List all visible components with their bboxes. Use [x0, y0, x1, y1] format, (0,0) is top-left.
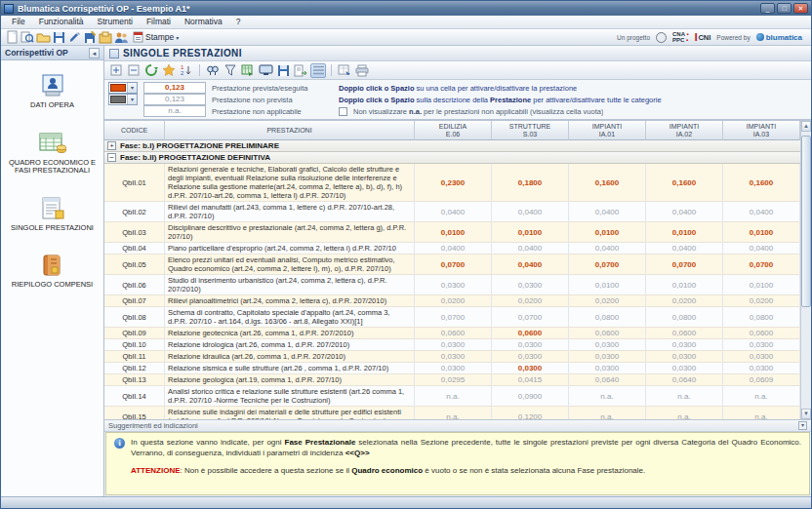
archive-icon[interactable]: [99, 31, 112, 44]
row-value-strutture[interactable]: 0,0300: [492, 363, 569, 374]
row-value-impianti-ia01[interactable]: 0,0300: [569, 339, 646, 351]
row-value-impianti-ia03[interactable]: 0,0800: [723, 307, 800, 328]
edit-brush-icon[interactable]: [67, 31, 81, 44]
row-value-impianti-ia02[interactable]: 0,0400: [646, 243, 723, 254]
row-value-impianti-ia03[interactable]: 0,0609: [723, 374, 800, 386]
sort-icon[interactable]: 12: [179, 63, 194, 78]
row-value-impianti-ia03[interactable]: 0,0100: [723, 222, 800, 243]
export-file-icon[interactable]: [293, 63, 308, 78]
row-value-impianti-ia02[interactable]: n.a.: [646, 386, 723, 407]
save-icon[interactable]: [52, 31, 65, 44]
row-value-impianti-ia03[interactable]: 0,0400: [723, 243, 800, 254]
table-row[interactable]: QbII.12 Relazione sismica e sulle strutt…: [104, 363, 800, 374]
hints-collapse-icon[interactable]: ▾: [798, 421, 807, 430]
row-value-impianti-ia03[interactable]: n.a.: [723, 407, 800, 419]
menu-filmati[interactable]: Filmati: [140, 16, 178, 28]
scrollbar-thumb[interactable]: [801, 136, 811, 307]
row-value-edilizia[interactable]: 0,0295: [415, 374, 492, 386]
row-description[interactable]: Relazione idrologica (art.26, comma 1, d…: [165, 339, 415, 351]
row-value-strutture[interactable]: 0,0400: [492, 243, 569, 254]
row-value-edilizia[interactable]: 0,0400: [415, 243, 492, 254]
table-row[interactable]: QbII.05 Elenco prezzi unitari ed eventua…: [104, 254, 800, 275]
active-color-picker[interactable]: ▾: [108, 82, 138, 94]
row-value-impianti-ia02[interactable]: 0,0300: [646, 339, 723, 351]
row-value-impianti-ia03[interactable]: 0,0400: [723, 202, 800, 222]
table-row[interactable]: QbII.02 Rilievi dei manufatti (art.243, …: [104, 202, 800, 222]
row-value-edilizia[interactable]: 0,0400: [415, 202, 492, 222]
row-value-impianti-ia01[interactable]: 0,1600: [569, 164, 646, 202]
menu-help[interactable]: ?: [229, 16, 248, 28]
table-row[interactable]: QbII.06 Studio di inserimento urbanistic…: [104, 275, 800, 295]
row-value-edilizia[interactable]: 0,0300: [415, 363, 492, 374]
table-row[interactable]: QbII.01 Relazioni generale e tecniche, E…: [104, 164, 800, 202]
row-value-strutture[interactable]: 0,0900: [492, 386, 569, 407]
row-value-impianti-ia01[interactable]: 0,0300: [569, 351, 646, 363]
list-view-icon[interactable]: [310, 63, 326, 78]
new-file-icon[interactable]: [5, 31, 19, 44]
select-all-icon[interactable]: [161, 63, 177, 78]
table-row[interactable]: QbII.08 Schema di contratto, Capitolato …: [104, 307, 800, 328]
group-row-fase-b1[interactable]: + Fase: b.I) PROGETTAZIONE PRELIMINARE: [104, 140, 800, 152]
close-button[interactable]: ✕: [793, 3, 808, 14]
row-description[interactable]: Studio di inserimento urbanistico (art.2…: [165, 275, 415, 295]
row-value-impianti-ia03[interactable]: 0,0200: [723, 295, 800, 307]
table-row[interactable]: QbII.13 Relazione geologica (art.19, com…: [104, 374, 800, 386]
table-row[interactable]: QbII.11 Relazione idraulica (art.26, com…: [104, 351, 800, 363]
row-value-edilizia[interactable]: 0,0200: [415, 295, 492, 307]
row-value-edilizia[interactable]: 0,0300: [415, 351, 492, 363]
row-value-edilizia[interactable]: 0,0600: [415, 328, 492, 339]
row-value-impianti-ia03[interactable]: 0,0300: [723, 351, 800, 363]
row-value-impianti-ia02[interactable]: 0,0300: [646, 363, 723, 374]
row-description[interactable]: Elenco prezzi unitari ed eventuali anali…: [165, 254, 415, 275]
row-value-impianti-ia02[interactable]: 0,0700: [646, 254, 723, 275]
row-value-impianti-ia02[interactable]: 0,0300: [646, 351, 723, 363]
group-row-fase-b2[interactable]: − Fase: b.II) PROGETTAZIONE DEFINITIVA: [104, 152, 800, 164]
row-value-impianti-ia03[interactable]: 0,0300: [723, 363, 800, 374]
row-description[interactable]: Rilievi planoaltimetrici (art.24, comma …: [165, 295, 415, 307]
row-value-strutture[interactable]: 0,0300: [492, 275, 569, 295]
stampe-button[interactable]: Stampe ▾: [133, 32, 179, 42]
table-row[interactable]: QbII.03 Disciplinare descrittivo e prest…: [104, 222, 800, 243]
menu-file[interactable]: File: [5, 16, 32, 28]
row-description[interactable]: Relazione sulle indagini dei materiali e…: [165, 407, 415, 419]
table-row[interactable]: QbII.14 Analisi storico critica e relazi…: [104, 386, 800, 407]
row-value-strutture[interactable]: 0,0700: [492, 307, 569, 328]
row-value-impianti-ia02[interactable]: 0,0100: [646, 275, 723, 295]
row-value-impianti-ia01[interactable]: 0,0300: [569, 363, 646, 374]
filter-icon[interactable]: [223, 63, 238, 78]
row-value-strutture[interactable]: 0,1800: [492, 164, 569, 202]
preview-icon[interactable]: [20, 31, 34, 44]
row-value-edilizia[interactable]: 0,2300: [415, 164, 492, 202]
row-description[interactable]: Relazione idraulica (art.26, comma 1, d.…: [165, 351, 415, 363]
table-row[interactable]: QbII.09 Relazione geotecnica (art.26, co…: [104, 328, 800, 339]
row-value-edilizia[interactable]: n.a.: [415, 407, 492, 419]
row-value-impianti-ia01[interactable]: 0,0400: [569, 243, 646, 254]
collapse-icon[interactable]: −: [107, 153, 116, 162]
row-value-impianti-ia01[interactable]: 0,0700: [569, 254, 646, 275]
row-value-edilizia[interactable]: 0,0300: [415, 339, 492, 351]
row-value-impianti-ia02[interactable]: n.a.: [646, 407, 723, 419]
row-value-strutture[interactable]: 0,0300: [492, 351, 569, 363]
row-value-impianti-ia03[interactable]: 0,1600: [723, 164, 800, 202]
row-description[interactable]: Relazione geotecnica (art.26, comma 1, d…: [165, 328, 415, 339]
row-value-impianti-ia01[interactable]: 0,0640: [569, 374, 646, 386]
row-value-impianti-ia03[interactable]: n.a.: [723, 386, 800, 407]
collapse-all-icon[interactable]: [126, 63, 142, 78]
users-icon[interactable]: [114, 31, 128, 44]
sidebar-pin-icon[interactable]: ◂: [89, 48, 100, 59]
menu-funzionalita[interactable]: Funzionalità: [32, 16, 91, 28]
row-value-impianti-ia01[interactable]: 0,0100: [569, 222, 646, 243]
row-value-strutture[interactable]: 0,0400: [492, 254, 569, 275]
row-value-impianti-ia02[interactable]: 0,0600: [646, 328, 723, 339]
print-icon[interactable]: [354, 63, 370, 78]
row-value-impianti-ia01[interactable]: n.a.: [569, 407, 646, 419]
screen-view-icon[interactable]: [258, 63, 273, 78]
row-value-impianti-ia01[interactable]: 0,0100: [569, 275, 646, 295]
table-row[interactable]: QbII.07 Rilievi planoaltimetrici (art.24…: [104, 295, 800, 307]
row-value-edilizia[interactable]: 0,0700: [415, 254, 492, 275]
row-value-impianti-ia03[interactable]: 0,0100: [723, 275, 800, 295]
row-value-strutture[interactable]: 0,0400: [492, 202, 569, 222]
row-value-strutture[interactable]: 0,0300: [492, 339, 569, 351]
row-value-strutture[interactable]: 0,0415: [492, 374, 569, 386]
row-value-impianti-ia01[interactable]: 0,0400: [569, 202, 646, 222]
